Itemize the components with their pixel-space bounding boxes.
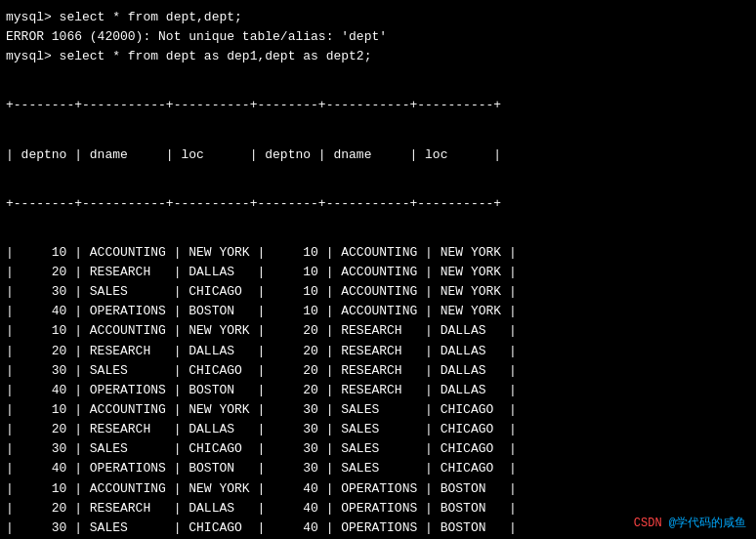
separator-mid: +--------+-----------+----------+-------… [6, 194, 750, 214]
separator-top: +--------+-----------+----------+-------… [6, 96, 750, 115]
brand-watermark: CSDN @学代码的咸鱼 [634, 515, 746, 531]
terminal: mysql> select * from dept,dept; ERROR 10… [6, 8, 750, 531]
sql-table: +--------+-----------+----------+-------… [6, 66, 750, 539]
table-row: | 20 | RESEARCH | DALLAS | 30 | SALES | … [6, 420, 750, 439]
table-row: | 40 | OPERATIONS | BOSTON | 10 | ACCOUN… [6, 302, 750, 321]
prompt-line-2: mysql> select * from dept as dep1,dept a… [6, 47, 750, 66]
brand-username: @学代码的咸鱼 [669, 517, 746, 530]
table-row: | 10 | ACCOUNTING | NEW YORK | 10 | ACCO… [6, 243, 750, 263]
table-row: | 10 | ACCOUNTING | NEW YORK | 30 | SALE… [6, 400, 750, 420]
table-row: | 20 | RESEARCH | DALLAS | 10 | ACCOUNTI… [6, 263, 750, 282]
error-line: ERROR 1066 (42000): Not unique table/ali… [6, 27, 750, 47]
table-row: | 10 | ACCOUNTING | NEW YORK | 20 | RESE… [6, 321, 750, 341]
table-row: | 20 | RESEARCH | DALLAS | 20 | RESEARCH… [6, 342, 750, 361]
table-header: | deptno | dname | loc | deptno | dname … [6, 145, 750, 165]
prompt-line-1: mysql> select * from dept,dept; [6, 8, 750, 27]
table-row: | 40 | OPERATIONS | BOSTON | 30 | SALES … [6, 459, 750, 478]
table-row: | 30 | SALES | CHICAGO | 30 | SALES | CH… [6, 439, 750, 459]
table-row: | 30 | SALES | CHICAGO | 10 | ACCOUNTING… [6, 282, 750, 302]
table-row: | 40 | OPERATIONS | BOSTON | 20 | RESEAR… [6, 381, 750, 400]
table-rows: | 10 | ACCOUNTING | NEW YORK | 10 | ACCO… [6, 243, 750, 539]
brand-csdn: CSDN [634, 517, 669, 530]
table-row: | 30 | SALES | CHICAGO | 20 | RESEARCH |… [6, 361, 750, 381]
table-row: | 10 | ACCOUNTING | NEW YORK | 40 | OPER… [6, 479, 750, 499]
